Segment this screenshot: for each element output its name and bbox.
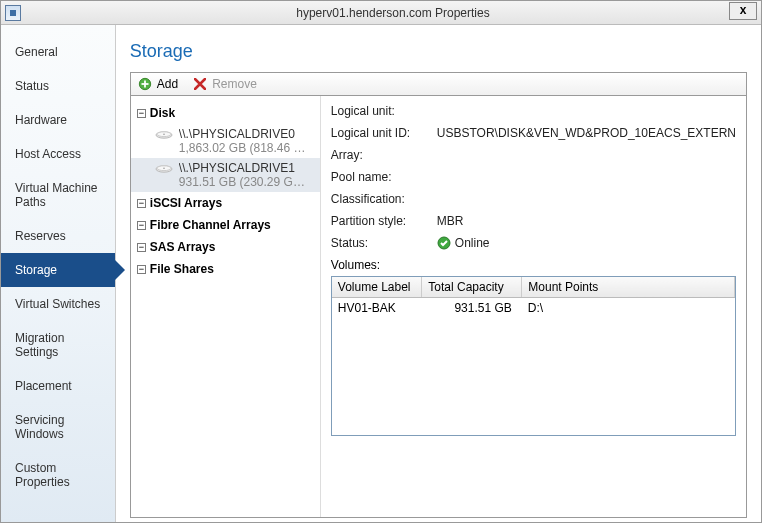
drive-item-0[interactable]: \\.\PHYSICALDRIVE0 1,863.02 GB (818.46 G… — [131, 124, 320, 158]
volume-row[interactable]: HV01-BAK 931.51 GB D:\ — [332, 298, 735, 319]
app-icon — [5, 5, 21, 21]
tree-node-file-shares[interactable]: − File Shares — [131, 258, 320, 280]
label-partition-style: Partition style: — [331, 214, 437, 228]
sidebar-item-servicing-windows[interactable]: Servicing Windows — [1, 403, 115, 451]
storage-tree: − Disk \\.\PHYSICALDRIVE0 1,863.02 GB (8… — [131, 96, 321, 517]
drive-size: 1,863.02 GB (818.46 G... — [179, 141, 311, 155]
close-button[interactable]: x — [729, 2, 757, 20]
add-icon[interactable] — [137, 76, 153, 92]
value-status: Online — [455, 236, 736, 250]
detail-panel: Logical unit: Logical unit ID:USBSTOR\DI… — [321, 96, 746, 517]
col-volume-label[interactable]: Volume Label — [332, 277, 422, 298]
tree-node-fibre[interactable]: − Fibre Channel Arrays — [131, 214, 320, 236]
label-pool: Pool name: — [331, 170, 437, 184]
tree-node-label: File Shares — [150, 262, 214, 276]
toolbar: Add Remove — [130, 72, 747, 96]
label-logical-unit: Logical unit: — [331, 104, 437, 118]
tree-node-label: Fibre Channel Arrays — [150, 218, 271, 232]
label-status: Status: — [331, 236, 437, 250]
tree-node-disk[interactable]: − Disk — [131, 102, 320, 124]
svg-rect-2 — [141, 83, 148, 85]
collapse-icon[interactable]: − — [137, 265, 146, 274]
sidebar-item-label: Placement — [15, 379, 72, 393]
main-panel: Storage Add Remove − Disk — [116, 25, 761, 523]
disk-icon — [155, 129, 173, 139]
sidebar-item-vm-paths[interactable]: Virtual Machine Paths — [1, 171, 115, 219]
title-bar: hyperv01.henderson.com Properties x — [1, 1, 761, 25]
sidebar-item-reserves[interactable]: Reserves — [1, 219, 115, 253]
sidebar-item-host-access[interactable]: Host Access — [1, 137, 115, 171]
remove-button: Remove — [212, 77, 257, 91]
col-total-capacity[interactable]: Total Capacity — [422, 277, 522, 298]
sidebar-item-label: Status — [15, 79, 49, 93]
label-logical-unit-id: Logical unit ID: — [331, 126, 437, 140]
drive-name: \\.\PHYSICALDRIVE1 — [179, 161, 311, 175]
sidebar-item-custom-properties[interactable]: Custom Properties — [1, 451, 115, 499]
sidebar: General Status Hardware Host Access Virt… — [1, 25, 116, 523]
sidebar-item-label: Custom Properties — [15, 461, 70, 489]
volumes-table: Volume Label Total Capacity Mount Points… — [331, 276, 736, 436]
label-classification: Classification: — [331, 192, 437, 206]
sidebar-item-placement[interactable]: Placement — [1, 369, 115, 403]
cell-volume-label: HV01-BAK — [332, 298, 422, 319]
page-title: Storage — [130, 41, 747, 62]
sidebar-item-label: Virtual Switches — [15, 297, 100, 311]
sidebar-item-hardware[interactable]: Hardware — [1, 103, 115, 137]
collapse-icon[interactable]: − — [137, 243, 146, 252]
drive-name: \\.\PHYSICALDRIVE0 — [179, 127, 311, 141]
tree-node-label: iSCSI Arrays — [150, 196, 222, 210]
disk-icon — [155, 163, 173, 173]
status-ok-icon — [437, 236, 451, 250]
sidebar-item-virtual-switches[interactable]: Virtual Switches — [1, 287, 115, 321]
sidebar-item-label: General — [15, 45, 58, 59]
svg-point-5 — [163, 133, 165, 135]
sidebar-item-label: Virtual Machine Paths — [15, 181, 98, 209]
sidebar-item-label: Servicing Windows — [15, 413, 64, 441]
value-logical-unit-id: USBSTOR\DISK&VEN_WD&PROD_10EACS_EXTERN — [437, 126, 736, 140]
label-volumes: Volumes: — [331, 258, 736, 272]
tree-node-iscsi[interactable]: − iSCSI Arrays — [131, 192, 320, 214]
sidebar-item-status[interactable]: Status — [1, 69, 115, 103]
value-partition-style: MBR — [437, 214, 736, 228]
tree-node-label: Disk — [150, 106, 175, 120]
sidebar-item-general[interactable]: General — [1, 35, 115, 69]
window-title: hyperv01.henderson.com Properties — [25, 6, 761, 20]
sidebar-item-label: Reserves — [15, 229, 66, 243]
cell-total-capacity: 931.51 GB — [422, 298, 522, 319]
drive-item-1[interactable]: \\.\PHYSICALDRIVE1 931.51 GB (230.29 GB.… — [131, 158, 320, 192]
sidebar-item-storage[interactable]: Storage — [1, 253, 115, 287]
sidebar-item-label: Host Access — [15, 147, 81, 161]
col-mount-points[interactable]: Mount Points — [522, 277, 735, 298]
tree-node-label: SAS Arrays — [150, 240, 216, 254]
sidebar-item-label: Hardware — [15, 113, 67, 127]
label-array: Array: — [331, 148, 437, 162]
sidebar-item-migration-settings[interactable]: Migration Settings — [1, 321, 115, 369]
collapse-icon[interactable]: − — [137, 221, 146, 230]
sidebar-item-label: Storage — [15, 263, 57, 277]
drive-size: 931.51 GB (230.29 GB... — [179, 175, 311, 189]
remove-icon — [192, 76, 208, 92]
collapse-icon[interactable]: − — [137, 109, 146, 118]
sidebar-item-label: Migration Settings — [15, 331, 64, 359]
add-button[interactable]: Add — [157, 77, 178, 91]
tree-node-sas[interactable]: − SAS Arrays — [131, 236, 320, 258]
collapse-icon[interactable]: − — [137, 199, 146, 208]
cell-mount-points: D:\ — [522, 298, 735, 319]
svg-point-8 — [163, 167, 165, 169]
